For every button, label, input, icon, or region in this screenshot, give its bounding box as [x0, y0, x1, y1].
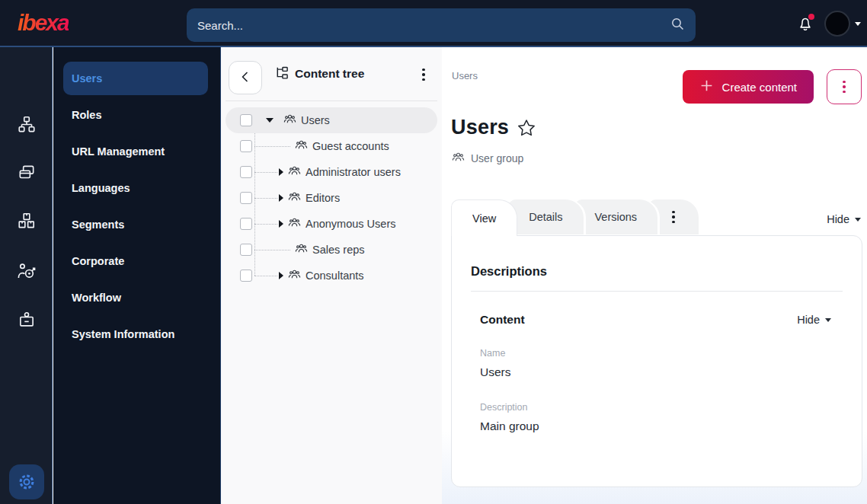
content-tree-title: Content tree [274, 47, 364, 100]
hide-sections-toggle[interactable]: Hide [827, 213, 861, 236]
tree-item-checkbox[interactable] [240, 270, 252, 282]
field-value: Users [480, 365, 862, 379]
hide-content-section-toggle[interactable]: Hide [797, 314, 831, 326]
caret-down-icon [855, 218, 861, 222]
tree-item-administrator-users[interactable]: Administrator users [226, 159, 437, 185]
notification-badge [808, 14, 814, 20]
expand-expander-icon[interactable] [279, 168, 283, 176]
field-value: Main group [480, 419, 862, 433]
field-label: Name [480, 348, 862, 359]
pages-icon[interactable] [0, 156, 53, 190]
user-group-icon [288, 164, 301, 180]
tab-versions[interactable]: Versions [574, 199, 658, 234]
main-content: Users Create content Users [442, 47, 867, 504]
tree-item-checkbox[interactable] [240, 192, 252, 204]
user-group-icon [295, 139, 308, 154]
expand-expander-icon[interactable] [279, 220, 283, 228]
search-icon[interactable] [670, 16, 685, 34]
sidebar-item-segments[interactable]: Segments [53, 206, 220, 243]
tree-item-editors[interactable]: Editors [226, 185, 437, 211]
tree-item-users[interactable]: Users [226, 107, 437, 133]
tab-view[interactable]: View [451, 199, 517, 236]
tree-item-anonymous-users[interactable]: Anonymous Users [226, 211, 437, 237]
content-tree: Users Guest accounts [221, 101, 442, 289]
topbar: ibexa [0, 0, 867, 47]
tree-item-checkbox[interactable] [240, 114, 252, 126]
card-divider [471, 291, 843, 292]
audience-target-icon[interactable] [0, 254, 53, 288]
tree-item-checkbox[interactable] [240, 140, 252, 152]
bookmark-star-icon[interactable] [517, 118, 536, 138]
user-group-icon [452, 151, 465, 166]
caret-down-icon [825, 318, 831, 322]
gear-icon[interactable] [9, 464, 44, 499]
tree-item-checkbox[interactable] [240, 218, 252, 230]
tab-details[interactable]: Details [508, 199, 583, 234]
field-description: Description Main group [480, 402, 862, 433]
sidebar-item-workflow[interactable]: Workflow [53, 279, 220, 316]
sidebar-item-url-management[interactable]: URL Management [53, 133, 220, 170]
tree-item-sales-reps[interactable]: Sales reps [226, 237, 437, 263]
tree-guide-line [254, 224, 277, 225]
page-options-kebab[interactable] [827, 69, 862, 104]
tree-guide-line [254, 146, 290, 147]
expand-expander-icon[interactable] [279, 272, 283, 279]
sidebar-item-languages[interactable]: Languages [53, 170, 220, 206]
content-tree-icon [274, 65, 289, 83]
sitemap-icon[interactable] [0, 108, 53, 142]
plus-icon [699, 78, 714, 95]
admin-nav: Users Roles URL Management Languages Seg… [53, 47, 221, 504]
user-menu[interactable] [824, 11, 861, 37]
icon-rail [0, 47, 53, 504]
breadcrumb[interactable]: Users [452, 70, 478, 81]
tree-item-consultants[interactable]: Consultants [226, 263, 437, 289]
user-group-icon [283, 113, 296, 128]
descriptions-heading: Descriptions [471, 264, 843, 279]
sidebar-item-corporate[interactable]: Corporate [53, 243, 220, 279]
user-group-icon [288, 216, 301, 231]
user-group-icon [288, 268, 301, 283]
boxes-icon[interactable] [0, 204, 53, 238]
sidebar-item-roles[interactable]: Roles [53, 97, 220, 133]
content-section-title: Content [480, 313, 525, 327]
content-tree-panel: Content tree Users [221, 47, 442, 504]
tree-guide-line [254, 172, 277, 173]
content-type-label: User group [452, 151, 523, 166]
tree-guide-line [254, 250, 290, 250]
avatar[interactable] [824, 11, 850, 37]
search-input[interactable] [197, 19, 670, 32]
tree-guide-line [254, 198, 277, 199]
sidebar-item-system-information[interactable]: System Information [53, 316, 220, 352]
tree-options-kebab[interactable] [416, 66, 431, 83]
tree-item-checkbox[interactable] [240, 166, 252, 178]
view-tab-card: Descriptions Content Hide Name Users Des… [451, 235, 862, 487]
id-badge-icon[interactable] [0, 303, 53, 337]
tree-guide-line [254, 276, 277, 276]
search-box[interactable] [187, 8, 696, 42]
ibexa-logo[interactable]: ibexa [18, 11, 69, 34]
user-group-icon [295, 242, 308, 257]
collapse-tree-button[interactable] [229, 61, 262, 94]
field-label: Description [480, 402, 862, 413]
sidebar-item-users[interactable]: Users [63, 62, 208, 95]
tree-item-guest-accounts[interactable]: Guest accounts [226, 133, 437, 159]
tree-item-checkbox[interactable] [240, 244, 252, 256]
field-name: Name Users [480, 348, 862, 379]
user-group-icon [288, 190, 301, 206]
chevron-left-icon [238, 69, 253, 87]
expand-expander-icon[interactable] [279, 194, 283, 202]
create-content-button[interactable]: Create content [683, 70, 814, 104]
bell-icon[interactable] [795, 14, 815, 33]
content-tabs: View Details Versions Hide [451, 199, 861, 236]
page-title: Users [451, 116, 509, 139]
caret-down-icon [855, 22, 861, 26]
collapse-expander-icon[interactable] [266, 118, 274, 123]
